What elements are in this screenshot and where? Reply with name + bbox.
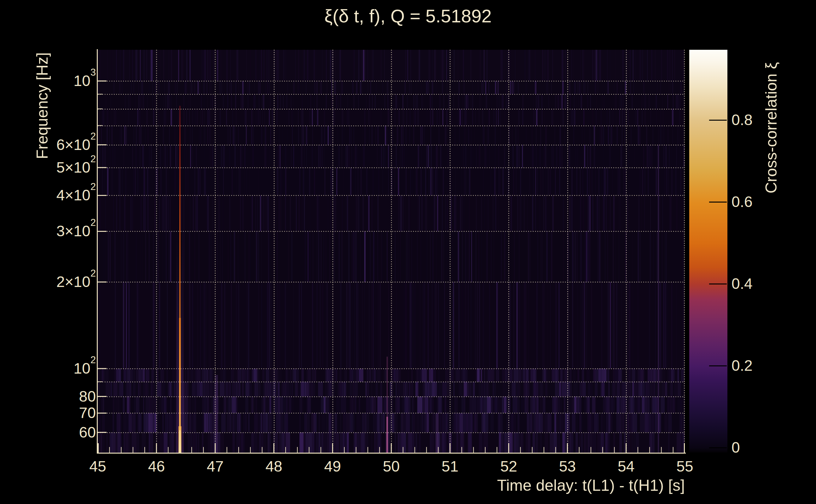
colorbar-tick-label: 0.6 <box>732 192 795 212</box>
y-tick-label: 102 <box>0 359 96 378</box>
y-axis-line <box>97 49 98 454</box>
x-tick-label: 53 <box>542 457 593 476</box>
colorbar-title: Cross-correlation ξ <box>762 62 780 193</box>
colorbar-tick-label: 0.2 <box>732 356 795 375</box>
colorbar-tick <box>709 202 727 203</box>
colorbar-tick-label: 0 <box>732 438 795 457</box>
y-axis-title: Frequency [Hz] <box>33 52 51 159</box>
colorbar-tick-label: 0.4 <box>732 274 795 294</box>
y-tick-label: 70 <box>0 403 96 423</box>
x-tick-label: 45 <box>72 457 123 476</box>
colorbar <box>689 50 727 453</box>
x-tick-label: 49 <box>308 457 358 476</box>
y-tick-label: 3×102 <box>0 221 96 241</box>
x-tick-label: 54 <box>601 457 652 476</box>
colorbar-tick <box>709 120 727 121</box>
colorbar-tick <box>709 365 727 366</box>
x-tick-label: 46 <box>131 457 181 476</box>
x-tick-label: 52 <box>483 457 534 476</box>
y-tick-label: 60 <box>0 423 96 442</box>
heatmap-canvas <box>98 50 685 453</box>
qscan-cross-correlation-plot: ξ(δ t, f), Q = 5.51892 45464748495051525… <box>0 0 816 504</box>
x-tick-label: 55 <box>660 457 710 476</box>
colorbar-tick <box>709 447 727 448</box>
y-tick-label: 5×102 <box>0 158 96 177</box>
x-tick-label: 50 <box>366 457 417 476</box>
x-tick-label: 48 <box>249 457 299 476</box>
y-tick-label: 2×102 <box>0 272 96 292</box>
y-tick-label: 4×102 <box>0 186 96 205</box>
plot-title: ξ(δ t, f), Q = 5.51892 <box>0 6 816 26</box>
x-tick-label: 47 <box>190 457 240 476</box>
x-axis-line <box>97 453 686 454</box>
colorbar-tick <box>709 283 727 284</box>
x-axis-title: Time delay: t(L1) - t(H1) [s] <box>497 476 685 495</box>
plot-area <box>98 50 685 453</box>
x-tick-label: 51 <box>425 457 475 476</box>
